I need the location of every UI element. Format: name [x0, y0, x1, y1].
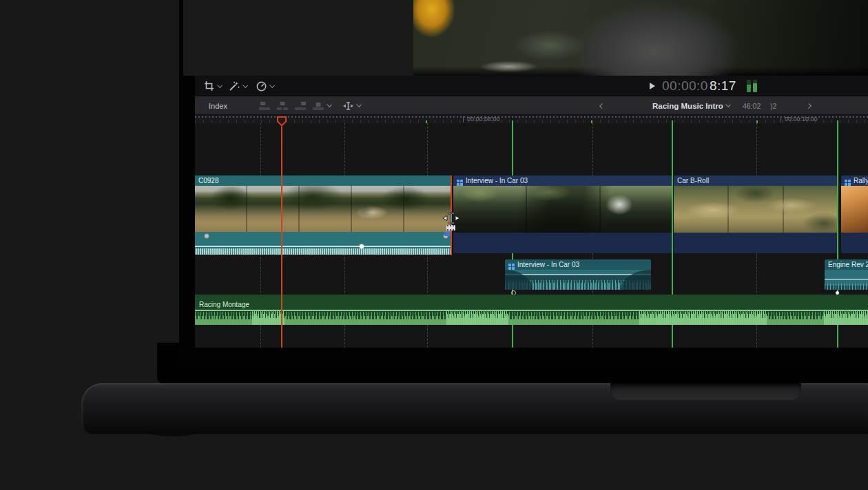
clip-header: Interview - In Car 03: [505, 259, 651, 270]
audio-meter-right[interactable]: [753, 80, 757, 92]
clip-name: Racing Montage: [199, 301, 249, 308]
clip-filmstrip: [195, 186, 451, 232]
laptop-screen: 00:00:08:17 Index: [179, 0, 868, 368]
audio-waveform: [195, 248, 451, 255]
enhancements-button[interactable]: [228, 76, 247, 96]
project-duration: 46:02: [743, 96, 761, 115]
project-title-menu[interactable]: Racing Music Intro: [652, 96, 730, 115]
laptop-lid-notch: [610, 383, 801, 400]
clip-body: [825, 270, 868, 290]
next-project-button[interactable]: [807, 96, 811, 115]
clip-name: Interview - In Car 03: [466, 177, 528, 184]
crop-button[interactable]: [203, 76, 222, 96]
index-label: Index: [209, 102, 227, 110]
macbook-scene: 00:00:08:17 Index: [0, 0, 868, 490]
video-clip-interview[interactable]: Interview - In Car 03: [453, 175, 672, 253]
clip-name: Rally Ra: [854, 177, 868, 184]
clip-header: Car B-Roll: [674, 175, 837, 186]
music-clip-racing-montage[interactable]: Racing Montage: [195, 295, 868, 325]
play-button[interactable]: [650, 76, 655, 96]
duration-value: 46:02: [743, 102, 761, 110]
fade-handle[interactable]: [204, 233, 209, 239]
volume-line[interactable]: [195, 246, 451, 247]
retime-icon: [256, 81, 267, 92]
clip-name: Car B-Roll: [677, 177, 709, 184]
duration-fragment: )2: [770, 96, 776, 115]
clip-filmstrip: [841, 186, 868, 233]
audio-waveform-loud: [639, 310, 767, 325]
duration-fragment-value: )2: [770, 102, 776, 110]
audio-meter-left[interactable]: [747, 80, 751, 92]
enhancements-wand-icon: [228, 81, 240, 92]
audio-waveform: [825, 281, 868, 290]
timeline-ruler[interactable]: 00:00:08:00 00:00:10:00: [195, 115, 868, 123]
viewer-background: [183, 0, 413, 76]
previous-project-button[interactable]: [600, 96, 604, 115]
volume-line[interactable]: [825, 279, 868, 280]
chevron-down-icon[interactable]: [356, 102, 362, 107]
multicam-icon: [457, 180, 459, 182]
clip-name: C0928: [198, 177, 218, 184]
timeline-tracks: C0928 Interview - In Car 03: [195, 123, 868, 348]
audio-waveform-loud: [252, 310, 285, 325]
trim-tool-icon: [342, 101, 354, 111]
clip-header: C0928: [195, 175, 451, 186]
multicam-icon: [845, 180, 847, 182]
volume-keyframe[interactable]: [360, 244, 364, 248]
chevron-right-icon: [806, 103, 812, 109]
insert-edit-button[interactable]: [276, 96, 289, 115]
connect-edit-button[interactable]: [258, 96, 271, 115]
clip-audio-area: [453, 233, 672, 253]
project-title: Racing Music Intro: [652, 102, 723, 110]
video-clip-rally[interactable]: Rally Ra: [841, 175, 868, 253]
ruler-dotted-line: [195, 116, 868, 118]
connect-icon: [258, 101, 271, 111]
clip-header: Racing Montage: [195, 295, 868, 310]
audio-clip-engine-rev[interactable]: Engine Rev 2: [825, 259, 868, 290]
viewer-toolbar: 00:00:08:17: [195, 76, 868, 96]
clip-name: Interview - In Car 03: [517, 261, 579, 268]
clip-header: Interview - In Car 03: [453, 175, 672, 186]
clip-audio-area: [674, 233, 837, 253]
timecode-display[interactable]: 00:00:08:17: [662, 76, 736, 96]
clip-filmstrip: [453, 186, 672, 233]
ruler-major-tick: [463, 116, 464, 122]
ruler-major-tick: [781, 116, 781, 122]
append-edit-button[interactable]: [294, 96, 307, 115]
audio-waveform-loud: [446, 310, 508, 325]
retime-button[interactable]: [256, 76, 274, 96]
clip-header: Engine Rev 2: [825, 259, 868, 270]
playhead-line[interactable]: [281, 127, 282, 348]
volume-line[interactable]: [505, 274, 651, 275]
video-clip-car-b-roll[interactable]: Car B-Roll: [674, 175, 837, 253]
video-clip-c0928[interactable]: C0928: [195, 175, 451, 255]
trim-audio-badge: [444, 232, 451, 236]
overwrite-edit-button[interactable]: [312, 96, 331, 115]
laptop-base: [81, 383, 868, 434]
insert-icon: [276, 101, 289, 111]
play-icon: [650, 83, 655, 89]
playhead-head-inner: [278, 118, 285, 125]
ruler-timecode-left: 00:00:08:00: [467, 116, 500, 122]
ruler-timecode-right: 00:00:10:00: [785, 116, 818, 122]
chevron-down-icon[interactable]: [269, 83, 275, 88]
timeline-header: Index: [195, 96, 868, 115]
overwrite-icon: [312, 101, 324, 111]
timecode-dim: 00:00:0: [662, 78, 708, 94]
chevron-down-icon: [725, 102, 731, 107]
chevron-down-icon[interactable]: [327, 102, 332, 107]
crop-icon: [203, 81, 215, 92]
chevron-down-icon[interactable]: [217, 83, 223, 88]
append-icon: [294, 101, 307, 111]
audio-waveform-loud: [824, 310, 868, 325]
clip-filmstrip: [674, 186, 837, 233]
timecode-bright: 8:17: [710, 78, 736, 94]
audio-waveform: [195, 310, 868, 325]
audio-clip-interview[interactable]: Interview - In Car 03: [505, 259, 651, 290]
index-button[interactable]: Index: [209, 96, 227, 115]
trim-tool-button[interactable]: [342, 96, 361, 115]
chevron-down-icon[interactable]: [242, 83, 248, 88]
multicam-icon: [508, 264, 511, 266]
trim-cursor: [442, 211, 460, 228]
viewer-video-frame: [413, 0, 868, 76]
